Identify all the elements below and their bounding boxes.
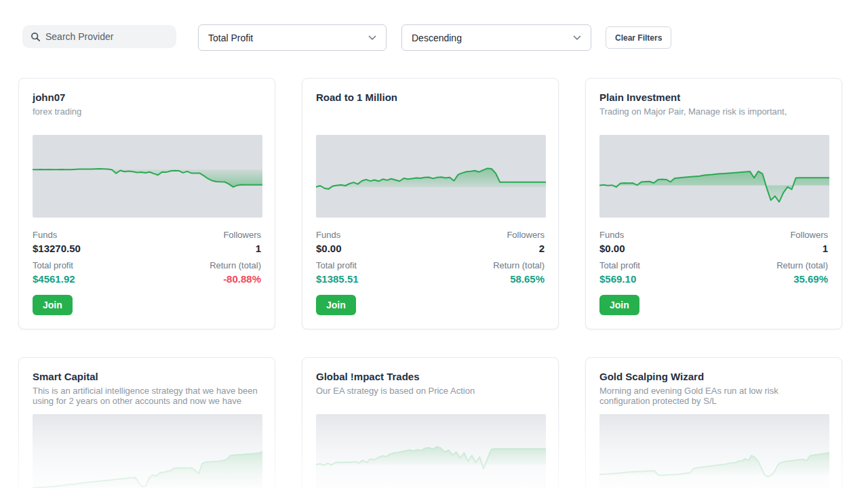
equity-sparkline-chart: [316, 135, 546, 218]
search-provider-box[interactable]: [22, 25, 176, 48]
provider-description: [316, 106, 545, 127]
equity-sparkline-chart: [316, 414, 546, 488]
equity-sparkline-chart: [599, 135, 829, 218]
provider-description: Our EA strategy is based on Price Action: [316, 386, 545, 406]
join-button[interactable]: Join: [316, 295, 356, 315]
provider-description: forex trading: [33, 106, 261, 127]
total-profit-label: Total profit: [316, 260, 359, 271]
equity-sparkline-chart: [33, 414, 262, 488]
provider-card: john07 forex trading Funds $13270.50 Fol…: [18, 78, 275, 329]
funds-value: $13270.50: [33, 242, 81, 255]
funds-value: $0.00: [599, 242, 625, 255]
provider-card: Road to 1 Million Funds $0.00 Followers …: [302, 78, 559, 329]
funds-label: Funds: [599, 230, 625, 241]
provider-stats: Funds $0.00 Followers 2 Total profit $13…: [316, 230, 545, 285]
chevron-down-icon: [573, 35, 581, 41]
funds-label: Funds: [316, 230, 342, 241]
total-profit-label: Total profit: [33, 260, 75, 271]
search-icon: [31, 32, 41, 42]
provider-stats: Funds $13270.50 Followers 1 Total profit…: [33, 230, 261, 285]
provider-description: Morning and evening Gold EAs run at low …: [599, 386, 828, 406]
provider-card: Smart Capital This is an artificial inte…: [18, 357, 275, 488]
search-input[interactable]: [45, 31, 168, 42]
return-total-value: 35.69%: [776, 272, 828, 285]
provider-title: Gold Scalping Wizard: [599, 370, 828, 383]
provider-title: Global !mpact Trades: [316, 370, 545, 383]
total-profit-value: $1385.51: [316, 272, 359, 285]
followers-value: 1: [790, 242, 828, 255]
provider-description: This is an artificial intelligence strat…: [33, 386, 261, 406]
join-button[interactable]: Join: [599, 295, 639, 315]
provider-title: Road to 1 Million: [316, 91, 545, 104]
sort-direction-value: Descending: [412, 33, 462, 43]
total-profit-label: Total profit: [599, 260, 640, 271]
total-profit-value: $4561.92: [33, 272, 75, 285]
provider-card: Gold Scalping Wizard Morning and evening…: [585, 357, 842, 488]
sort-direction-select[interactable]: Descending: [401, 24, 591, 51]
sort-by-value: Total Profit: [208, 33, 253, 43]
provider-description: Trading on Major Pair, Manage risk is im…: [599, 106, 828, 127]
return-total-label: Return (total): [210, 260, 261, 271]
funds-label: Funds: [33, 230, 81, 241]
provider-stats: Funds $0.00 Followers 1 Total profit $56…: [599, 230, 828, 285]
return-total-label: Return (total): [493, 260, 545, 271]
return-total-label: Return (total): [776, 260, 828, 271]
return-total-value: 58.65%: [493, 272, 545, 285]
chevron-down-icon: [368, 35, 376, 41]
funds-value: $0.00: [316, 242, 342, 255]
followers-value: 1: [223, 242, 261, 255]
return-total-value: -80.88%: [210, 272, 261, 285]
followers-value: 2: [507, 242, 545, 255]
provider-title: Smart Capital: [33, 370, 261, 383]
filter-bar: Total Profit Descending Clear Filters: [0, 0, 868, 64]
join-button[interactable]: Join: [33, 295, 73, 315]
provider-card: Plain Investment Trading on Major Pair, …: [585, 78, 842, 329]
provider-title: Plain Investment: [599, 91, 828, 104]
total-profit-value: $569.10: [599, 272, 640, 285]
provider-card: Global !mpact Trades Our EA strategy is …: [302, 357, 559, 488]
followers-label: Followers: [790, 230, 828, 241]
sort-by-select[interactable]: Total Profit: [198, 24, 387, 51]
clear-filters-button[interactable]: Clear Filters: [606, 26, 671, 49]
provider-title: john07: [33, 91, 261, 104]
followers-label: Followers: [507, 230, 545, 241]
equity-sparkline-chart: [599, 414, 829, 488]
equity-sparkline-chart: [33, 135, 262, 218]
followers-label: Followers: [223, 230, 261, 241]
